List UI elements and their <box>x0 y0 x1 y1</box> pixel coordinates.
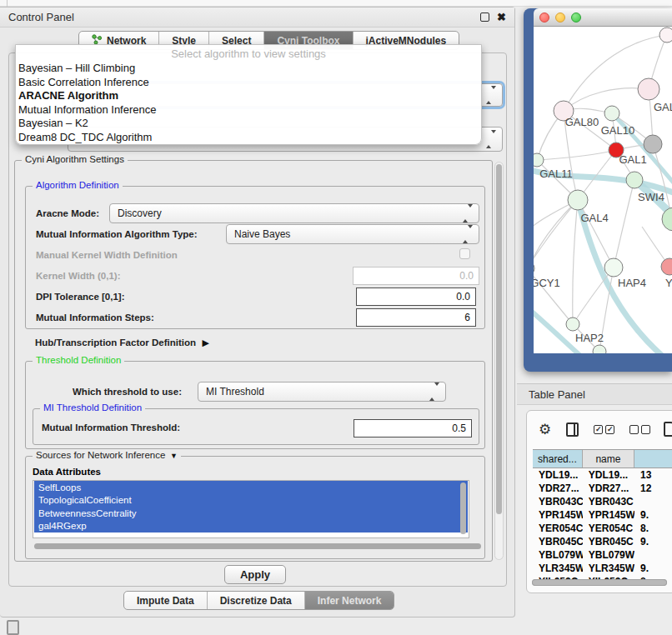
attribute-item[interactable]: TopologicalCoefficient <box>34 494 468 508</box>
node-label: GAL11 <box>539 168 573 180</box>
mi-steps-label: Mutual Information Steps: <box>36 312 154 322</box>
table-row[interactable]: YLR345WYLR345W9. <box>533 562 672 575</box>
column-header[interactable]: shared... <box>533 450 583 468</box>
network-node-swi4[interactable] <box>626 172 643 188</box>
table-toolbar: ⚙ ✓✓ <box>527 416 672 442</box>
column-header[interactable] <box>634 450 672 468</box>
dropdown-item[interactable]: Dream8 DC_TDC Algorithm <box>16 131 481 145</box>
dropdown-item[interactable]: Basic Correlation Inference <box>16 76 481 90</box>
attributes-hscrollbar[interactable] <box>34 543 481 549</box>
mi-steps-field[interactable]: 6 <box>356 308 476 327</box>
dropdown-item[interactable]: Bayesian – K2 <box>16 117 481 131</box>
aracne-mode-label: Aracne Mode: <box>36 208 99 218</box>
dropdown-item[interactable]: Bayesian – Hill Climbing <box>16 62 481 76</box>
mi-threshold-definition-group: MI Threshold Definition Mutual Informati… <box>33 408 479 445</box>
attribute-item[interactable]: gal4RGexp <box>34 520 468 533</box>
dropdown-item[interactable]: Mutual Information Inference <box>16 103 481 118</box>
table-hscrollbar[interactable] <box>532 579 667 586</box>
sources-title-text: Sources for Network Inference <box>36 450 165 460</box>
table-row[interactable]: YER054CYER054C8. <box>533 522 672 535</box>
network-node-hap2[interactable] <box>566 318 579 331</box>
kernel-width-field[interactable]: 0.0 <box>353 267 479 285</box>
network-edge <box>614 180 634 268</box>
data-attributes-list[interactable]: SelfLoopsTopologicalCoefficientBetweenne… <box>33 480 469 538</box>
manual-kernel-checkbox[interactable] <box>459 248 470 259</box>
settings-scrollbar[interactable] <box>494 162 504 560</box>
aracne-mode-combobox[interactable]: Discovery <box>109 203 479 223</box>
network-node-gal4[interactable] <box>568 190 588 210</box>
cyni-bottom-tab-bar: Impute DataDiscretize DataInfer Network <box>123 591 394 610</box>
network-node-hap4[interactable] <box>604 258 623 277</box>
dropdown-item[interactable]: ARACNE Algorithm <box>16 89 481 103</box>
network-node[interactable] <box>644 135 662 153</box>
control-panel-titlebar: Control Panel ✖ <box>0 8 514 28</box>
network-node-y[interactable] <box>661 258 672 275</box>
mi-threshold-value: 0.5 <box>452 422 466 434</box>
network-canvas[interactable]: GALGAL80GAL10GAL1GAL11SWI4GAL4GCY1HAP4YH… <box>534 27 672 353</box>
apply-button[interactable]: Apply <box>224 565 286 584</box>
document-icon[interactable] <box>664 422 672 437</box>
attribute-item[interactable]: SelfLoops <box>34 481 468 494</box>
node-label: SWI4 <box>638 191 664 203</box>
which-threshold-combobox[interactable]: MI Threshold <box>198 382 446 402</box>
cyni-algorithm-settings-group: Cyni Algorithm Settings Algorithm Defini… <box>14 160 493 562</box>
table-row[interactable]: YDR27...YDR27...12 <box>533 482 672 495</box>
tab-infer-network[interactable]: Infer Network <box>305 592 394 609</box>
table-cell: YPR145W <box>533 508 583 522</box>
network-edge <box>534 200 578 268</box>
network-node-gal[interactable] <box>638 78 659 100</box>
gear-icon[interactable]: ⚙ <box>539 421 551 438</box>
dpi-tolerance-field[interactable]: 0.0 <box>356 288 476 306</box>
table-cell: YDL19... <box>533 468 583 482</box>
table-header-row: shared...name <box>533 449 672 468</box>
table-cell: YDL19... <box>583 468 634 482</box>
zoom-traffic-light-icon[interactable] <box>571 12 581 22</box>
network-window-titlebar[interactable] <box>534 8 672 27</box>
mi-algorithm-type-combobox[interactable]: Naive Bayes <box>226 224 479 244</box>
sources-title[interactable]: Sources for Network Inference ▼ <box>33 450 181 460</box>
network-node-gal11[interactable] <box>534 153 544 167</box>
algorithm-dropdown-list: Select algorithm to view settings Bayesi… <box>15 44 482 145</box>
table-cell: YBR045C <box>533 535 583 548</box>
attribute-item[interactable]: BetweennessCentrality <box>34 507 468 520</box>
node-label: HAP2 <box>575 332 604 344</box>
table-row[interactable]: YBL079WYBL079W <box>533 548 672 562</box>
network-node-gal10[interactable] <box>604 106 619 121</box>
float-window-icon[interactable] <box>480 12 489 22</box>
deselect-all-checkboxes-icon[interactable] <box>629 425 650 434</box>
desktop-strip <box>0 0 672 7</box>
network-view-window: GALGAL80GAL10GAL1GAL11SWI4GAL4GCY1HAP4YH… <box>524 8 672 372</box>
table-cell: YPR145W <box>583 508 634 522</box>
settings-group-title: Cyni Algorithm Settings <box>22 154 128 164</box>
tab-discretize-data[interactable]: Discretize Data <box>208 592 305 609</box>
settings-scrollbar-thumb[interactable] <box>496 164 502 514</box>
split-columns-icon[interactable] <box>566 422 579 437</box>
network-node[interactable] <box>659 28 672 42</box>
minimize-traffic-light-icon[interactable] <box>555 12 565 22</box>
chevron-right-icon: ▶ <box>199 338 209 348</box>
table-row[interactable]: YDL19...YDL19...13 <box>533 468 672 482</box>
sources-group: Sources for Network Inference ▼ Data Att… <box>25 456 485 559</box>
close-icon[interactable]: ✖ <box>497 12 506 22</box>
table-cell: 9. <box>634 508 672 522</box>
mi-threshold-definition-title: MI Threshold Definition <box>40 402 145 412</box>
column-header[interactable]: name <box>583 450 634 468</box>
hub-definition-expander[interactable]: Hub/Transcription Factor Definition ▶ <box>35 334 209 349</box>
attributes-list-scrollbar[interactable] <box>460 482 466 534</box>
select-all-checkboxes-icon[interactable]: ✓✓ <box>594 425 614 434</box>
network-node-gcy1[interactable] <box>534 261 534 276</box>
network-edge <box>573 200 578 324</box>
tab-impute-data[interactable]: Impute Data <box>124 592 208 609</box>
node-table: shared...name YDL19...YDL19...13YDR27...… <box>533 449 672 588</box>
table-cell <box>634 495 672 508</box>
table-cell: 12 <box>634 482 672 495</box>
dpi-tolerance-value: 0.0 <box>456 291 470 302</box>
table-row[interactable]: YPR145WYPR145W9. <box>533 508 672 522</box>
table-row[interactable]: YBR043CYBR043C <box>533 495 672 508</box>
table-cell: 13 <box>634 468 672 482</box>
control-panel-title: Control Panel <box>8 11 74 23</box>
close-traffic-light-icon[interactable] <box>539 12 549 22</box>
mi-threshold-field[interactable]: 0.5 <box>354 419 472 438</box>
restore-panel-icon[interactable] <box>7 620 19 635</box>
table-row[interactable]: YBR045CYBR045C9. <box>533 535 672 548</box>
